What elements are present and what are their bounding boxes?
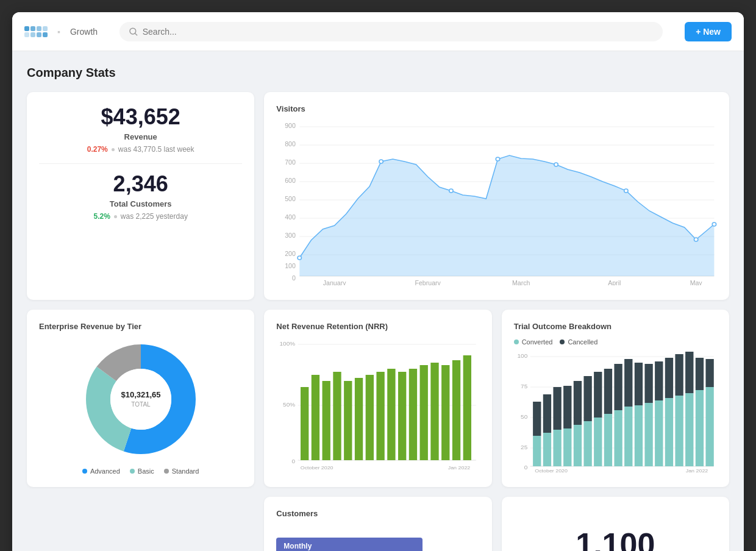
legend-standard: Standard [164, 467, 199, 475]
page-title: Company Stats [27, 66, 729, 80]
monthly-bar: Monthly [276, 538, 423, 551]
svg-rect-109 [705, 359, 713, 387]
svg-point-27 [694, 238, 698, 241]
trial-title: Trial Outcome Breakdown [514, 322, 717, 331]
svg-text:400: 400 [285, 214, 296, 221]
svg-text:April: April [608, 280, 621, 285]
customers-card: Customers Monthly Yearly [264, 497, 491, 551]
svg-rect-106 [695, 390, 703, 466]
svg-rect-105 [685, 352, 693, 393]
svg-text:100%: 100% [280, 340, 296, 346]
svg-rect-78 [553, 430, 561, 466]
svg-text:TOTAL: TOTAL [131, 401, 151, 408]
svg-text:February: February [415, 280, 441, 285]
legend-label-converted: Converted [522, 338, 553, 346]
svg-text:800: 800 [285, 141, 296, 148]
svg-text:0: 0 [292, 275, 296, 282]
svg-line-1 [135, 33, 137, 35]
svg-rect-46 [301, 387, 308, 460]
svg-rect-103 [675, 354, 683, 396]
revenue-value: $43,652 [39, 104, 242, 130]
svg-text:50: 50 [521, 413, 527, 419]
header: ▪ Growth + New [12, 12, 744, 51]
legend-dot-converted [514, 339, 519, 344]
new-button[interactable]: + New [685, 22, 732, 41]
svg-rect-57 [420, 365, 428, 460]
donut-legend: Advanced Basic Standard [82, 467, 199, 475]
svg-text:Jan 2022: Jan 2022 [448, 464, 471, 470]
svg-rect-82 [573, 425, 581, 466]
svg-text:600: 600 [285, 177, 296, 184]
svg-point-22 [379, 160, 383, 163]
svg-rect-53 [377, 372, 385, 460]
svg-rect-47 [312, 375, 319, 460]
svg-point-26 [624, 189, 628, 193]
svg-text:100: 100 [285, 263, 296, 269]
svg-text:0: 0 [524, 464, 527, 470]
donut-svg: $10,321,65 TOTAL [80, 338, 202, 460]
embedding-card: 1,100 Embedding users [502, 497, 729, 551]
search-icon [129, 27, 138, 36]
svg-rect-83 [573, 381, 581, 425]
legend-advanced: Advanced [82, 467, 120, 475]
svg-point-23 [449, 189, 453, 193]
trial-card: Trial Outcome Breakdown Converted Cancel… [502, 310, 729, 487]
embedding-stat: 1,100 Embedding users [514, 509, 717, 551]
breadcrumb: Growth [70, 27, 98, 37]
revenue-block: $43,652 Revenue 0.27% was 43,770.5 last … [39, 104, 242, 164]
svg-rect-48 [323, 381, 330, 460]
svg-rect-56 [409, 369, 417, 460]
svg-text:75: 75 [521, 383, 527, 389]
trial-legend: Converted Cancelled [514, 338, 717, 346]
legend-basic: Basic [130, 467, 154, 475]
legend-dot-basic [130, 469, 135, 474]
legend-label-advanced: Advanced [90, 467, 120, 475]
revenue-label: Revenue [39, 132, 242, 141]
svg-rect-89 [604, 369, 612, 414]
customers-prev: was 2,225 yesterday [121, 212, 188, 221]
svg-text:Jan 2022: Jan 2022 [685, 467, 708, 472]
customers-label: Total Customers [39, 199, 242, 208]
svg-rect-107 [695, 358, 703, 390]
stats-card: $43,652 Revenue 0.27% was 43,770.5 last … [27, 92, 254, 300]
svg-rect-80 [563, 428, 571, 466]
svg-rect-58 [431, 363, 439, 460]
customers-value: 2,346 [39, 171, 242, 197]
svg-point-37 [110, 369, 171, 430]
svg-rect-92 [624, 407, 632, 466]
svg-text:900: 900 [285, 123, 296, 129]
page-content: Company Stats $43,652 Revenue 0.27% was … [12, 51, 744, 551]
svg-rect-88 [604, 414, 612, 466]
trial-chart-svg: 100 75 50 25 0 [514, 350, 717, 472]
svg-text:25: 25 [521, 444, 527, 450]
svg-rect-101 [665, 358, 672, 398]
revenue-prev: was 43,770.5 last week [118, 145, 194, 154]
customers-title: Customers [276, 509, 479, 518]
svg-rect-54 [388, 369, 396, 460]
revenue-dot [112, 148, 115, 151]
revenue-meta: 0.27% was 43,770.5 last week [39, 145, 242, 154]
dashboard-grid: $43,652 Revenue 0.27% was 43,770.5 last … [27, 92, 729, 551]
svg-rect-77 [543, 394, 551, 433]
legend-dot-standard [164, 469, 169, 474]
svg-rect-49 [333, 372, 341, 460]
legend-cancelled: Cancelled [560, 338, 597, 346]
svg-rect-90 [614, 410, 622, 466]
visitors-chart-svg: 900 800 700 600 500 400 300 200 100 0 [276, 121, 717, 285]
svg-text:700: 700 [285, 159, 296, 166]
svg-text:October 2020: October 2020 [535, 467, 568, 472]
search-bar[interactable] [119, 22, 663, 41]
svg-rect-85 [583, 376, 591, 421]
svg-point-28 [713, 222, 716, 226]
svg-rect-87 [594, 372, 602, 418]
nrr-title: Net Revenue Retention (NRR) [276, 322, 479, 331]
legend-label-cancelled: Cancelled [568, 338, 597, 346]
svg-rect-74 [533, 436, 541, 466]
svg-text:500: 500 [285, 196, 296, 202]
svg-text:50%: 50% [283, 401, 296, 407]
nrr-chart-svg: 100% 50% 0 [276, 338, 479, 472]
search-input[interactable] [143, 27, 653, 37]
svg-rect-102 [675, 396, 683, 466]
legend-label-standard: Standard [172, 467, 199, 475]
svg-rect-86 [594, 418, 602, 466]
